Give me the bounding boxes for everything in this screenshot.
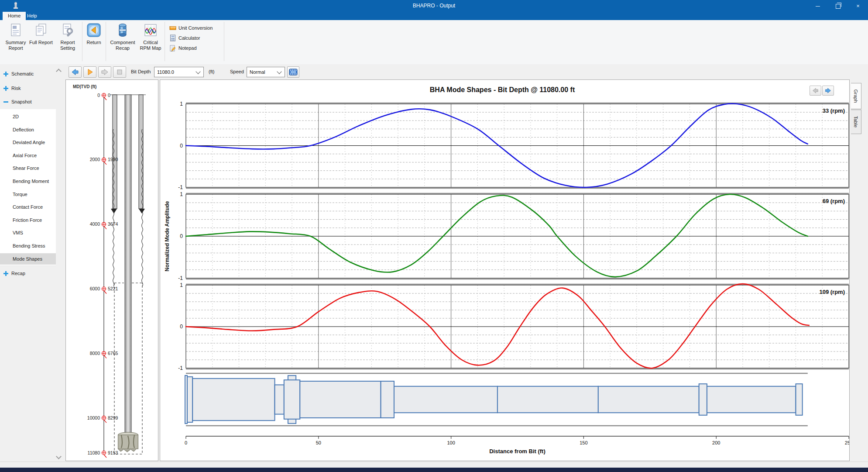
chevron-down-icon	[56, 454, 62, 459]
chevron-down-icon	[277, 69, 281, 74]
chevron-up-icon	[56, 69, 62, 74]
sidebar-item-shear-force[interactable]: Shear Force	[0, 162, 56, 174]
chart-title: BHA Mode Shapes - Bit Depth @ 11080.00 f…	[430, 86, 575, 94]
report-setting-button[interactable]: Report Setting	[55, 22, 80, 59]
minimize-button[interactable]	[808, 0, 828, 12]
critical-rpm-map-button[interactable]: Critical RPM Map	[137, 22, 164, 59]
step-back-button[interactable]	[69, 66, 82, 78]
svg-text:109 (rpm): 109 (rpm)	[819, 289, 845, 295]
sidebar-item-mode-shapes[interactable]: Mode Shapes	[0, 253, 56, 265]
sidebar-item-bending-stress[interactable]: Bending Stress	[0, 240, 56, 252]
svg-text:69 (rpm): 69 (rpm)	[823, 198, 845, 204]
tab-table[interactable]: Table	[851, 110, 861, 134]
record-movie-button[interactable]	[287, 66, 299, 78]
bha-component-neck	[275, 385, 284, 414]
sidebar-item-deviated-angle[interactable]: Deviated Angle	[0, 137, 56, 148]
stop-button[interactable]	[113, 66, 126, 78]
speed-select[interactable]: Normal	[247, 67, 285, 77]
return-button[interactable]: Return	[83, 22, 105, 59]
svg-text:-1: -1	[178, 365, 183, 371]
svg-text:Distance from Bit (ft): Distance from Bit (ft)	[489, 448, 546, 455]
svg-text:10000: 10000	[87, 415, 100, 420]
close-icon: ×	[856, 3, 860, 9]
arrow-left-icon	[812, 87, 819, 94]
notepad-button[interactable]: Notepad	[169, 44, 197, 52]
sidebar-item-contact-force[interactable]: Contact Force	[0, 201, 56, 213]
svg-text:8000: 8000	[90, 351, 100, 356]
play-button[interactable]	[83, 66, 96, 78]
svg-text:-1: -1	[178, 184, 183, 190]
prev-page-button[interactable]	[810, 86, 821, 96]
svg-text:8299: 8299	[108, 415, 118, 420]
restore-icon	[836, 4, 841, 9]
sidebar-item-torque[interactable]: Torque	[0, 189, 56, 200]
expand-plus-icon	[3, 72, 8, 76]
sidebar-item-2d[interactable]: 2D	[0, 111, 56, 122]
bottom-navy-bar	[0, 468, 868, 472]
next-page-button[interactable]	[822, 86, 834, 96]
full-report-button[interactable]: Full Report	[29, 22, 53, 59]
drill-string	[125, 95, 131, 433]
svg-text:33 (rpm): 33 (rpm)	[823, 107, 845, 114]
expand-plus-icon	[3, 271, 8, 276]
bha-component-stabilizer	[284, 380, 300, 419]
component-recap-button[interactable]: Component Recap	[109, 22, 136, 59]
svg-text:MD|TVD (ft): MD|TVD (ft)	[73, 84, 96, 89]
svg-text:6765: 6765	[108, 351, 118, 356]
summary-report-icon	[8, 23, 23, 38]
svg-text:11080: 11080	[88, 450, 100, 455]
bha-component-collar	[192, 379, 274, 420]
component-recap-icon	[115, 23, 130, 38]
tab-help[interactable]: Help	[22, 12, 42, 20]
title-bar: BHAPRO - Output ×	[0, 0, 868, 12]
ribbon: Summary Report Full Report Report Settin…	[0, 20, 868, 65]
svg-text:1: 1	[180, 101, 183, 107]
content-area: SchematicRiskSnapshot2DDeflectionDeviate…	[0, 79, 868, 462]
y-axis-label: Normalized Mode Amplitude	[164, 201, 170, 272]
chevron-down-icon	[196, 69, 200, 74]
svg-text:150: 150	[580, 440, 587, 445]
sidebar-scroll-up[interactable]	[57, 69, 64, 76]
bha-component-pipe	[497, 386, 598, 413]
sidebar-item-axial-force[interactable]: Axial Force	[0, 150, 56, 161]
critical-rpm-map-icon	[143, 23, 158, 38]
step-forward-button[interactable]	[98, 66, 111, 78]
step-back-icon	[71, 68, 79, 76]
svg-text:5221: 5221	[108, 286, 118, 291]
sidebar-item-risk[interactable]: Risk	[0, 83, 56, 94]
bit-depth-unit: (ft)	[209, 69, 214, 74]
summary-report-button[interactable]: Summary Report	[3, 22, 28, 59]
stop-icon	[115, 68, 124, 76]
svg-text:0: 0	[185, 440, 187, 445]
sidebar-item-friction-force[interactable]: Friction Force	[0, 214, 56, 226]
notepad-icon	[169, 45, 176, 52]
bit-depth-select[interactable]: 11080.0	[154, 67, 204, 77]
collapse-minus-icon	[3, 100, 8, 104]
play-icon	[86, 68, 94, 76]
svg-text:4000: 4000	[90, 221, 100, 227]
sidebar-item-snapshot[interactable]: Snapshot	[0, 96, 56, 107]
tab-graph[interactable]: Graph	[851, 83, 861, 109]
bhapro-output-window: BHAPRO - Output × Home Help Summary Repo…	[0, 0, 868, 472]
restore-button[interactable]	[828, 0, 848, 12]
sidebar-item-vms[interactable]: VMS	[0, 227, 56, 238]
full-report-icon	[34, 23, 48, 38]
svg-text:1: 1	[180, 282, 183, 288]
sidebar-item-deflection[interactable]: Deflection	[0, 124, 56, 135]
sidebar-item-bending-moment[interactable]: Bending Moment	[0, 176, 56, 187]
svg-text:0: 0	[108, 93, 110, 98]
svg-text:200: 200	[712, 440, 720, 445]
svg-text:9153: 9153	[108, 450, 118, 455]
bha-component-joint	[796, 384, 802, 415]
sidebar-item-recap[interactable]: Recap	[0, 268, 56, 279]
arrow-right-icon	[824, 87, 832, 94]
bha-component-pipe	[598, 386, 699, 413]
sidebar-item-schematic[interactable]: Schematic	[0, 68, 56, 79]
calculator-button[interactable]: Calculator	[169, 34, 200, 42]
svg-text:3674: 3674	[108, 221, 118, 227]
sidebar-scroll-down[interactable]	[57, 454, 64, 461]
close-button[interactable]: ×	[848, 0, 868, 12]
unit-conversion-button[interactable]: Unit Conversion	[169, 24, 213, 32]
expand-plus-icon	[3, 86, 8, 91]
svg-text:6000: 6000	[90, 286, 100, 291]
